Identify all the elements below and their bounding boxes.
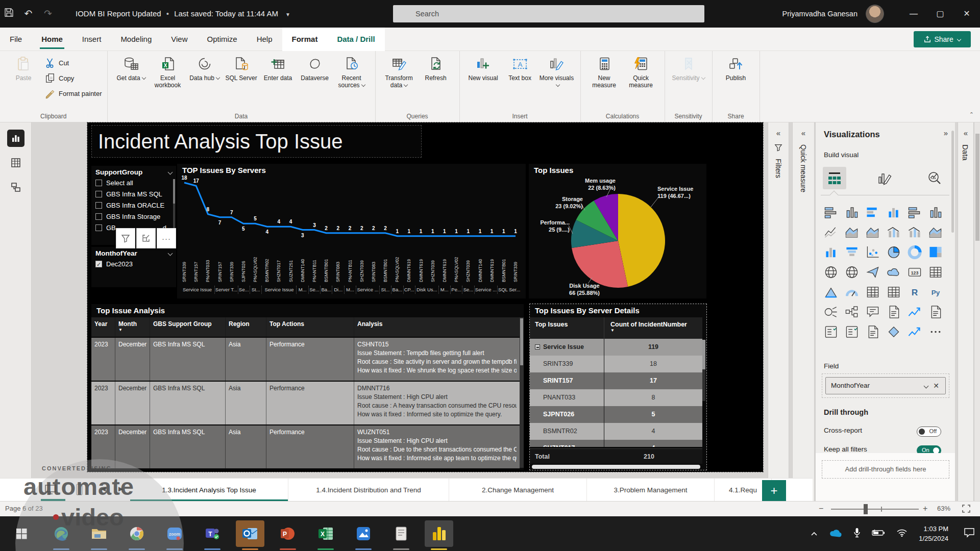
new-measure-button[interactable]: New measure bbox=[586, 54, 623, 110]
checkbox-icon[interactable] bbox=[95, 180, 102, 186]
microphone-icon[interactable] bbox=[853, 528, 861, 540]
visual-type-azure-map[interactable] bbox=[865, 265, 881, 279]
visual-type-100-stacked-column-chart[interactable] bbox=[927, 205, 944, 219]
taskbar-app-file-explorer[interactable] bbox=[85, 520, 113, 547]
matrix-row-bsmntr02[interactable]: BSMNTR024 bbox=[530, 423, 702, 440]
visual-type-ribbon-chart[interactable] bbox=[927, 225, 944, 239]
slicer-scrollbar[interactable] bbox=[173, 179, 175, 228]
excel-workbook-button[interactable]: XExcel workbook bbox=[150, 54, 186, 110]
menu-item-view[interactable]: View bbox=[161, 28, 197, 51]
prev-page-icon[interactable]: ◀ bbox=[101, 485, 106, 492]
taskbar-app-power-bi[interactable] bbox=[425, 520, 453, 547]
analytics-tab[interactable] bbox=[923, 167, 946, 189]
collapse-icon[interactable] bbox=[535, 344, 540, 349]
zoom-in-icon[interactable]: + bbox=[923, 504, 927, 513]
taskbar-app-excel[interactable]: X bbox=[311, 520, 340, 547]
column-header-region[interactable]: Region bbox=[225, 317, 266, 337]
menu-item-home[interactable]: Home bbox=[32, 28, 72, 51]
filter-icon[interactable] bbox=[116, 228, 135, 248]
visual-type-scatter-chart[interactable] bbox=[865, 245, 881, 259]
visual-type-gauge[interactable] bbox=[844, 285, 860, 299]
column-header-month[interactable]: Month▼ bbox=[115, 317, 150, 337]
menu-item-file[interactable]: File bbox=[0, 28, 32, 51]
mobile-layout-icon[interactable] bbox=[75, 483, 84, 498]
chevron-down-icon[interactable] bbox=[924, 384, 929, 389]
table-row[interactable]: 2023DecemberGBS Infra MS SQLAsiaPerforma… bbox=[91, 338, 520, 382]
desktop-layout-icon[interactable] bbox=[44, 484, 57, 498]
analysis-header-row[interactable]: YearMonth▼GBS Support GroupRegionTop Act… bbox=[91, 317, 520, 338]
notifications-icon[interactable] bbox=[964, 528, 975, 540]
visual-type-r-script-visual[interactable]: R bbox=[906, 285, 923, 299]
matrix-vertical-scrollbar[interactable] bbox=[702, 340, 705, 401]
save-icon[interactable] bbox=[0, 0, 17, 28]
taskbar-app-edge[interactable] bbox=[47, 520, 76, 547]
build-visual-tab[interactable] bbox=[823, 167, 846, 189]
next-page-icon[interactable]: ▶ bbox=[118, 485, 123, 492]
taskbar-app-teams[interactable]: T bbox=[198, 520, 227, 547]
column-header-count[interactable]: Count of IncidentNumber▼ bbox=[610, 321, 687, 332]
expand-pane-icon[interactable]: » bbox=[944, 129, 948, 137]
taskbar-app-outlook[interactable] bbox=[236, 520, 264, 547]
column-header-top-issues[interactable]: Top Issues bbox=[535, 321, 568, 328]
checkbox-icon[interactable] bbox=[95, 202, 102, 209]
visual-type-arcgis-map[interactable] bbox=[906, 324, 923, 339]
slicer-option-dec2023[interactable]: ✓Dec2023 bbox=[91, 258, 176, 269]
cut-button[interactable]: Cut bbox=[45, 55, 102, 70]
refresh-button[interactable]: Refresh bbox=[418, 54, 454, 110]
matrix-row-shznt017[interactable]: SHZNT0174 bbox=[530, 440, 702, 447]
visual-type-line-and-stacked-column-chart[interactable] bbox=[886, 225, 902, 239]
slicer-option-gbs-infra-storage[interactable]: GBS Infra Storage bbox=[91, 211, 176, 222]
avatar[interactable] bbox=[866, 5, 884, 23]
enter-data-button[interactable]: Enter data bbox=[260, 54, 297, 110]
start-button[interactable] bbox=[7, 520, 36, 547]
visual-type-text-slicer[interactable] bbox=[865, 324, 881, 339]
column-header-gbs-support-group[interactable]: GBS Support Group bbox=[150, 317, 225, 337]
visual-type-paginated-report[interactable] bbox=[927, 305, 944, 319]
visual-type-stacked-bar-chart[interactable] bbox=[823, 205, 839, 219]
more-visuals-button[interactable]: More visuals bbox=[538, 54, 575, 110]
field-pill-monthofyear[interactable]: MonthofYear ✕ bbox=[825, 377, 946, 394]
table-row[interactable]: 2023DecemberGBS Infra MS SQLAsiaPerforma… bbox=[91, 382, 520, 425]
visual-type-q-and-a[interactable] bbox=[865, 305, 881, 319]
visual-type-table[interactable] bbox=[927, 265, 944, 279]
pie-slice-disk-usage[interactable] bbox=[572, 241, 628, 288]
visual-type-card[interactable]: 123 bbox=[906, 265, 923, 279]
visual-type-waterfall-chart[interactable] bbox=[823, 245, 839, 259]
get-data-button[interactable]: Get data bbox=[113, 54, 150, 110]
format-painter-button[interactable]: Format painter bbox=[45, 86, 102, 101]
zoom-slider-thumb[interactable] bbox=[864, 504, 868, 514]
slicer-option-select-all[interactable]: Select all bbox=[91, 177, 176, 188]
visual-type-stacked-column-chart[interactable] bbox=[844, 205, 860, 219]
matrix-header[interactable]: Top IssuesCount of IncidentNumber▼ bbox=[530, 317, 702, 339]
visual-type-area-chart[interactable] bbox=[844, 225, 860, 239]
tray-chevron-icon[interactable] bbox=[811, 529, 818, 538]
quick-measure-button[interactable]: Quick measure bbox=[623, 54, 659, 110]
visual-type-table-visual[interactable] bbox=[865, 285, 881, 299]
zoom-out-icon[interactable]: − bbox=[819, 504, 823, 513]
quick-measure-pane-collapsed[interactable]: « Quick measure bbox=[792, 122, 815, 516]
dataverse-button[interactable]: Dataverse bbox=[297, 54, 333, 110]
zoom-slider[interactable] bbox=[831, 509, 919, 510]
visual-details-matrix[interactable]: Top Issues By Server Details Top IssuesC… bbox=[530, 304, 706, 470]
matrix-row-srint157[interactable]: SRINT15717 bbox=[530, 372, 702, 389]
chevron-down-icon[interactable] bbox=[168, 170, 173, 175]
report-canvas[interactable]: Incident Analysis Top Issue SupportGroup… bbox=[87, 122, 763, 472]
taskbar-app-notepad[interactable] bbox=[387, 520, 415, 547]
visual-page-title[interactable]: Incident Analysis Top Issue bbox=[91, 125, 422, 158]
visual-type-metrics[interactable] bbox=[906, 305, 923, 319]
add-drill-through-fields-dropzone[interactable]: Add drill-through fields here bbox=[822, 460, 949, 479]
wifi-icon[interactable] bbox=[896, 529, 908, 539]
menu-item-insert[interactable]: Insert bbox=[72, 28, 111, 51]
close-button[interactable]: ✕ bbox=[953, 0, 980, 28]
report-view-button[interactable] bbox=[7, 130, 24, 147]
data-hub-button[interactable]: Data hub bbox=[186, 54, 223, 110]
menu-item-format[interactable]: Format bbox=[282, 28, 328, 51]
taskbar-app-powerpoint[interactable]: P bbox=[274, 520, 302, 547]
window-scrollbar[interactable] bbox=[974, 122, 980, 516]
battery-icon[interactable] bbox=[872, 529, 885, 538]
search-input[interactable] bbox=[393, 5, 704, 22]
column-header-analysis[interactable]: Analysis bbox=[354, 317, 520, 337]
slicer-option-gbs-infra-oracle[interactable]: GBS Infra ORACLE bbox=[91, 199, 176, 211]
taskbar-app-photos[interactable] bbox=[349, 520, 378, 547]
visual-type-pie-chart[interactable] bbox=[886, 245, 902, 259]
